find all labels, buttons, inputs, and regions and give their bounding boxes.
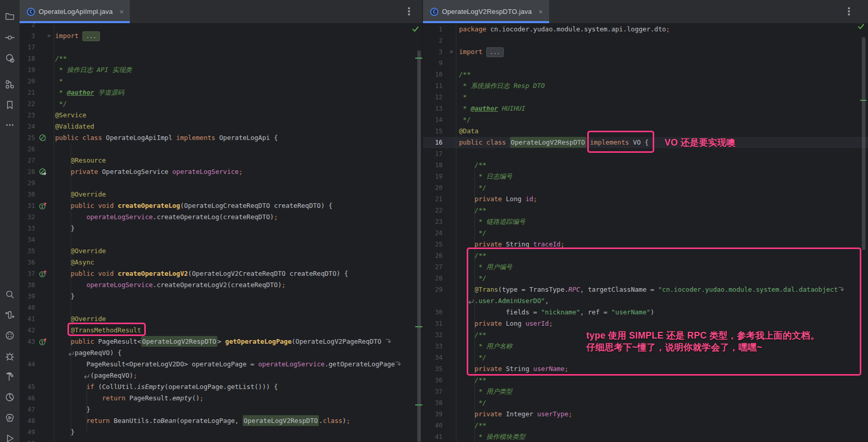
- code-line[interactable]: 1package cn.iocoder.yudao.module.system.…: [423, 24, 868, 35]
- kebab-menu-icon[interactable]: •••: [404, 7, 414, 16]
- code-line[interactable]: 19 * 日志编号: [423, 171, 868, 182]
- line-number[interactable]: 3: [20, 30, 35, 42]
- line-number[interactable]: 40: [20, 302, 35, 313]
- code-line[interactable]: 39 private Integer userType;: [423, 409, 868, 420]
- overrides-icon[interactable]: [39, 270, 47, 278]
- code-line[interactable]: 33 }: [20, 223, 422, 234]
- code-line[interactable]: 11 * 系统操作日志 Resp DTO: [423, 80, 868, 92]
- line-number[interactable]: 26: [20, 144, 35, 155]
- code-line[interactable]: 27 @Resource: [20, 155, 422, 166]
- run-icon[interactable]: [0, 429, 20, 442]
- code-line[interactable]: 2: [423, 35, 868, 46]
- code-line[interactable]: 3>import ...: [20, 30, 422, 42]
- code-line[interactable]: 17: [20, 42, 422, 53]
- code-line[interactable]: 38 */: [423, 397, 868, 409]
- line-number[interactable]: 37: [423, 386, 442, 397]
- fold-chevron-icon[interactable]: >: [47, 30, 51, 42]
- code-line[interactable]: 10/**: [423, 69, 868, 80]
- code-line[interactable]: 40 /**: [423, 420, 868, 431]
- fold-chevron-icon[interactable]: >: [450, 46, 453, 58]
- line-number[interactable]: 38: [423, 397, 442, 409]
- code-line[interactable]: 34: [20, 234, 422, 245]
- tab-close-icon[interactable]: ×: [538, 8, 542, 15]
- code-line[interactable]: 14 */: [423, 114, 868, 126]
- line-number[interactable]: 13: [423, 103, 442, 114]
- code-line[interactable]: 38 operateLogService.createOperateLogV2(…: [20, 279, 422, 291]
- line-number[interactable]: 20: [20, 76, 35, 87]
- code-line[interactable]: 39 }: [20, 291, 422, 302]
- code-line[interactable]: 21 * @author 芋道源码: [20, 87, 422, 98]
- code-line[interactable]: 40: [20, 302, 422, 313]
- line-number[interactable]: 35: [423, 363, 442, 375]
- line-number[interactable]: 2: [20, 23, 35, 30]
- line-number[interactable]: 18: [20, 53, 35, 64]
- code-line[interactable]: 24 */: [423, 227, 868, 239]
- line-number[interactable]: 19: [20, 64, 35, 76]
- line-number[interactable]: 1: [423, 24, 442, 35]
- code-line[interactable]: 21 private Long id;: [423, 193, 868, 205]
- search-icon[interactable]: [0, 285, 20, 304]
- code-line[interactable]: 19 * 操作日志 API 实现类: [20, 64, 422, 76]
- line-number[interactable]: 36: [423, 375, 442, 386]
- line-number[interactable]: 39: [20, 291, 35, 302]
- code-line[interactable]: 36 @Async: [20, 257, 422, 268]
- kebab-menu-icon[interactable]: •••: [844, 7, 854, 16]
- code-editor-left[interactable]: 23>import ...1718/**19 * 操作日志 API 实现类20 …: [20, 23, 422, 442]
- code-editor-right[interactable]: 1package cn.iocoder.yudao.module.system.…: [423, 23, 868, 442]
- code-line[interactable]: 35 @Override: [20, 245, 422, 257]
- line-number[interactable]: 18: [423, 160, 442, 171]
- line-number[interactable]: 32: [20, 211, 35, 223]
- profiler-icon[interactable]: [0, 387, 20, 407]
- line-number[interactable]: 24: [423, 227, 442, 239]
- code-line[interactable]: 37 public void createOperateLogV2(Operat…: [20, 268, 422, 279]
- line-number[interactable]: 22: [423, 205, 442, 216]
- line-number[interactable]: 14: [423, 114, 442, 126]
- line-number[interactable]: 29: [20, 178, 35, 189]
- code-line[interactable]: 36 /**: [423, 375, 868, 386]
- line-number[interactable]: 11: [423, 80, 442, 92]
- code-line[interactable]: 2: [20, 23, 422, 30]
- line-number[interactable]: 21: [423, 193, 442, 205]
- line-number[interactable]: [20, 370, 35, 381]
- project-folder-icon[interactable]: [0, 7, 20, 26]
- overrides-icon[interactable]: [39, 202, 47, 210]
- code-line[interactable]: 25public class OperateLogApiImpl impleme…: [20, 132, 422, 144]
- line-number[interactable]: 29: [423, 284, 442, 295]
- line-number[interactable]: 28: [20, 166, 35, 178]
- line-number[interactable]: 39: [423, 409, 442, 420]
- code-line[interactable]: 30 @Override: [20, 189, 422, 200]
- code-line[interactable]: pageReqVO) {: [20, 347, 422, 359]
- line-number[interactable]: 25: [20, 132, 35, 144]
- line-number[interactable]: 31: [20, 200, 35, 211]
- line-number[interactable]: 27: [423, 261, 442, 273]
- code-line[interactable]: 41 * 操作模块类型: [423, 431, 868, 442]
- line-number[interactable]: 12: [423, 92, 442, 103]
- problems-icon[interactable]: [0, 326, 20, 345]
- endpoints-icon[interactable]: [0, 305, 20, 325]
- line-number[interactable]: 19: [423, 171, 442, 182]
- code-line[interactable]: 44 PageResult<OperateLogV2DO> operateLog…: [20, 359, 422, 370]
- line-number[interactable]: 36: [20, 257, 35, 268]
- line-number[interactable]: 48: [20, 415, 35, 427]
- line-number[interactable]: 23: [423, 216, 442, 227]
- line-number[interactable]: 28: [423, 273, 442, 284]
- line-number[interactable]: [423, 295, 442, 307]
- line-number[interactable]: 30: [20, 189, 35, 200]
- line-number[interactable]: 16: [423, 137, 442, 148]
- line-number[interactable]: 20: [423, 182, 442, 193]
- line-number[interactable]: 9: [423, 58, 442, 69]
- line-number[interactable]: 34: [423, 352, 442, 363]
- scrollbar-thumb-left[interactable]: [417, 50, 421, 442]
- line-number[interactable]: 46: [20, 393, 35, 404]
- code-line[interactable]: 18/**: [20, 53, 422, 64]
- tab-close-icon[interactable]: ×: [120, 8, 124, 15]
- line-number[interactable]: 23: [20, 110, 35, 121]
- tab-operatelogapiimpl[interactable]: C OperateLogApiImpl.java ×: [20, 0, 130, 23]
- inspections-ok-icon[interactable]: [857, 23, 865, 30]
- line-number[interactable]: 44: [20, 359, 35, 370]
- line-number[interactable]: 45: [20, 381, 35, 393]
- line-number[interactable]: 2: [423, 35, 442, 46]
- line-number[interactable]: 17: [20, 42, 35, 53]
- code-line[interactable]: 50: [20, 438, 422, 442]
- line-number[interactable]: 33: [20, 223, 35, 234]
